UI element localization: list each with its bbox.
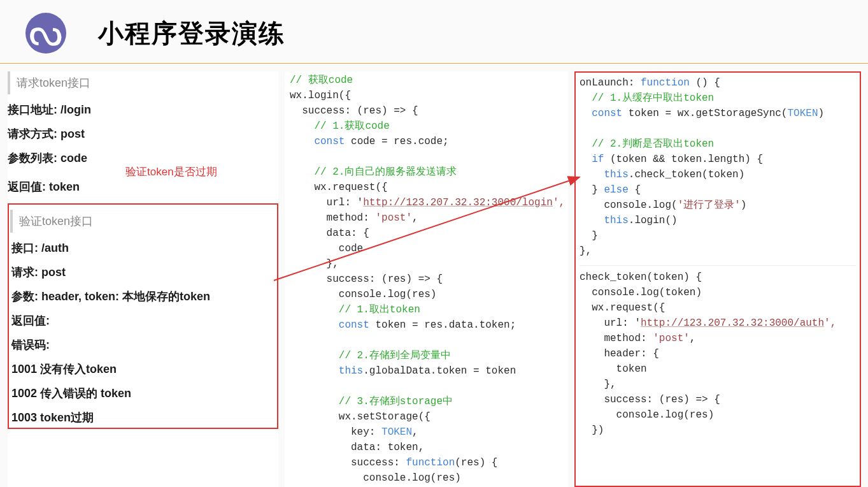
header: ᔓ 小程序登录演练 — [0, 0, 868, 64]
page-title: 小程序登录演练 — [98, 16, 285, 51]
code-panel-onlaunch: onLaunch: function () { // 1.从缓存中取出token… — [574, 71, 861, 487]
api-spec-panel: 请求token接口 接口地址: /login 请求方式: post 参数列表: … — [8, 71, 278, 487]
auth-api-box: 验证token接口 接口: /auth 请求: post 参数: header,… — [8, 203, 278, 429]
api-addr: 接口地址: /login — [8, 102, 278, 117]
error-code-label: 错误码: — [11, 337, 274, 353]
code-block-middle: // 获取code wx.login({ success: (res) => {… — [290, 73, 563, 486]
code-block-check-token: check_token(token) { console.log(token) … — [580, 270, 856, 438]
api-params: 参数列表: code — [8, 150, 87, 166]
section-title-request-token: 请求token接口 — [8, 71, 278, 94]
api-return-auth: 返回值: — [11, 313, 274, 328]
code-block-onlaunch: onLaunch: function () { // 1.从缓存中取出token… — [580, 75, 856, 259]
logo-glyph: ᔓ — [29, 10, 63, 55]
api-method: 请求方式: post — [8, 126, 278, 142]
error-1002: 1002 传入错误的 token — [11, 386, 274, 401]
error-1001: 1001 没有传入token — [11, 361, 274, 377]
api-method-auth: 请求: post — [11, 265, 274, 280]
code-panel-login-flow: // 获取code wx.login({ success: (res) => {… — [285, 71, 568, 487]
api-params-auth: 参数: header, token: 本地保存的token — [11, 289, 274, 304]
api-addr-auth: 接口: /auth — [11, 240, 274, 256]
wechat-miniprogram-logo: ᔓ — [25, 13, 66, 54]
section-title-auth-token: 验证token接口 — [10, 210, 274, 233]
error-1003: 1003 token过期 — [11, 410, 274, 425]
api-return: 返回值: token — [8, 179, 278, 194]
annotation-validate-token: 验证token是否过期 — [125, 164, 217, 179]
